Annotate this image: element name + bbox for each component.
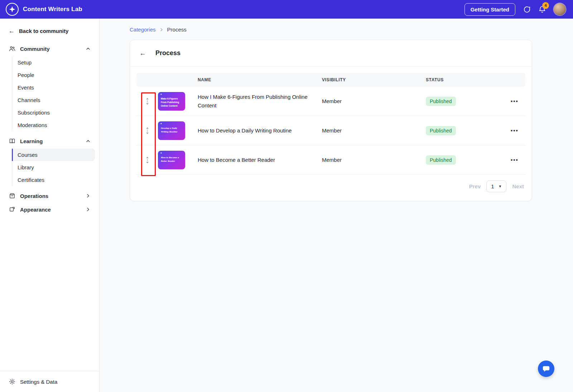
breadcrumb-categories-link[interactable]: Categories [130, 26, 156, 33]
table-header-name: NAME [192, 77, 322, 82]
drag-handle-icon[interactable] [136, 98, 158, 105]
chevron-right-icon [86, 193, 91, 198]
chevron-right-icon [86, 207, 91, 212]
thumbnail-title: Make 6-Figures From Publishing Online Co… [161, 97, 183, 108]
brand-name: Content Writers Lab [23, 6, 82, 13]
course-visibility: Member [322, 98, 426, 104]
status-badge: Published [426, 97, 456, 106]
admin-sidebar: ← Back to community Community [0, 19, 100, 392]
course-thumbnail[interactable]: ✶ Develop a Daily Writing Routine [158, 121, 192, 140]
course-thumbnail[interactable]: ✶ Make 6-Figures From Publishing Online … [158, 92, 192, 111]
table-header-row: NAME VISIBILITY STATUS [136, 73, 525, 87]
sidebar-item-events[interactable]: Events [12, 81, 95, 94]
row-actions-menu-icon[interactable]: ••• [511, 157, 519, 163]
course-name[interactable]: How to Develop a Daily Writing Routine [192, 126, 322, 135]
table-row: ✶ Make 6-Figures From Publishing Online … [136, 87, 525, 116]
sidebar-item-courses[interactable]: Courses [12, 149, 95, 161]
pagination: Prev 1 ▼ Next [130, 175, 532, 201]
sidebar-section-learning[interactable]: Learning [4, 134, 95, 148]
back-arrow-icon: ← [9, 28, 15, 34]
thumbnail-star-icon: ✶ [160, 93, 162, 96]
topbar: Content Writers Lab Getting Started 4 [0, 0, 573, 19]
chevron-up-icon [86, 139, 91, 144]
status-badge: Published [426, 155, 456, 165]
table-row: ✶ Develop a Daily Writing Routine How to… [136, 116, 525, 145]
sidebar-section-appearance[interactable]: Appearance [4, 203, 95, 216]
appearance-icon [9, 206, 16, 213]
drag-handle-icon[interactable] [136, 156, 158, 164]
appearance-section-label: Appearance [20, 207, 51, 213]
getting-started-button[interactable]: Getting Started [464, 3, 515, 16]
course-visibility: Member [322, 157, 426, 163]
course-thumbnail[interactable]: ✶ How to Become a Better Reader [158, 151, 192, 169]
community-icon [9, 45, 16, 52]
status-cell: Published [426, 97, 505, 106]
pagination-next-button[interactable]: Next [512, 183, 524, 189]
sidebar-item-channels[interactable]: Channels [12, 94, 95, 106]
gear-icon [9, 378, 16, 385]
thumbnail-title: How to Become a Better Reader [161, 156, 183, 164]
sidebar-item-people[interactable]: People [12, 69, 95, 81]
breadcrumb-chevron-icon [159, 28, 164, 32]
chevron-up-icon [86, 46, 91, 51]
messages-icon[interactable] [523, 6, 531, 13]
settings-and-data-label: Settings & Data [20, 379, 57, 385]
page-number-value: 1 [491, 183, 494, 189]
sidebar-section-community[interactable]: Community [4, 42, 95, 55]
breadcrumb: Categories Process [130, 26, 532, 33]
main-content: Categories Process ← Process NAME VISIBI… [100, 19, 573, 392]
page-title: Process [155, 49, 180, 57]
thumbnail-star-icon: ✶ [160, 152, 162, 155]
notifications-bell-icon[interactable]: 4 [539, 6, 546, 13]
table-header-status: STATUS [426, 77, 505, 82]
sidebar-item-library[interactable]: Library [12, 161, 95, 174]
notification-count-badge: 4 [542, 2, 549, 9]
course-visibility: Member [322, 127, 426, 134]
category-card: ← Process NAME VISIBILITY STATUS [130, 40, 532, 201]
chat-widget-button[interactable] [538, 360, 554, 377]
status-cell: Published [426, 155, 505, 165]
caret-down-icon: ▼ [499, 184, 502, 188]
drag-handle-icon[interactable] [136, 127, 158, 134]
course-name[interactable]: How to Become a Better Reader [192, 156, 322, 164]
card-header: ← Process [130, 40, 532, 67]
row-actions-menu-icon[interactable]: ••• [511, 128, 519, 133]
back-arrow-icon[interactable]: ← [139, 50, 146, 57]
sidebar-item-subscriptions[interactable]: Subscriptions [12, 106, 95, 119]
brand-logo-icon[interactable] [6, 3, 19, 16]
community-subitems: Setup People Events Channels Subscriptio… [12, 56, 95, 131]
courses-table: NAME VISIBILITY STATUS [130, 67, 532, 175]
user-avatar[interactable] [554, 3, 566, 15]
sidebar-item-certificates[interactable]: Certificates [12, 174, 95, 186]
back-to-community-label: Back to community [19, 28, 68, 34]
operations-icon [9, 193, 16, 199]
breadcrumb-current: Process [167, 26, 187, 33]
community-section-label: Community [20, 46, 50, 52]
page-number-select[interactable]: 1 ▼ [486, 180, 506, 192]
sidebar-section-operations[interactable]: Operations [4, 189, 95, 203]
brand: Content Writers Lab [6, 3, 82, 16]
table-header-visibility: VISIBILITY [322, 77, 426, 82]
sidebar-item-moderations[interactable]: Moderations [12, 119, 95, 131]
learning-section-label: Learning [20, 138, 43, 144]
sidebar-item-setup[interactable]: Setup [12, 56, 95, 69]
back-to-community-link[interactable]: ← Back to community [0, 19, 99, 42]
operations-section-label: Operations [20, 193, 48, 199]
learning-icon [9, 138, 16, 144]
pagination-prev-button[interactable]: Prev [469, 183, 481, 189]
status-cell: Published [426, 126, 505, 135]
course-name[interactable]: How I Make 6-Figures From Publishing Onl… [192, 93, 322, 110]
learning-subitems: Courses Library Certificates [12, 149, 95, 186]
status-badge: Published [426, 126, 456, 135]
row-actions-menu-icon[interactable]: ••• [511, 98, 519, 104]
thumbnail-title: Develop a Daily Writing Routine [161, 126, 183, 134]
thumbnail-star-icon: ✶ [160, 122, 162, 125]
settings-and-data-link[interactable]: Settings & Data [0, 371, 99, 392]
table-row: ✶ How to Become a Better Reader How to B… [136, 145, 525, 175]
